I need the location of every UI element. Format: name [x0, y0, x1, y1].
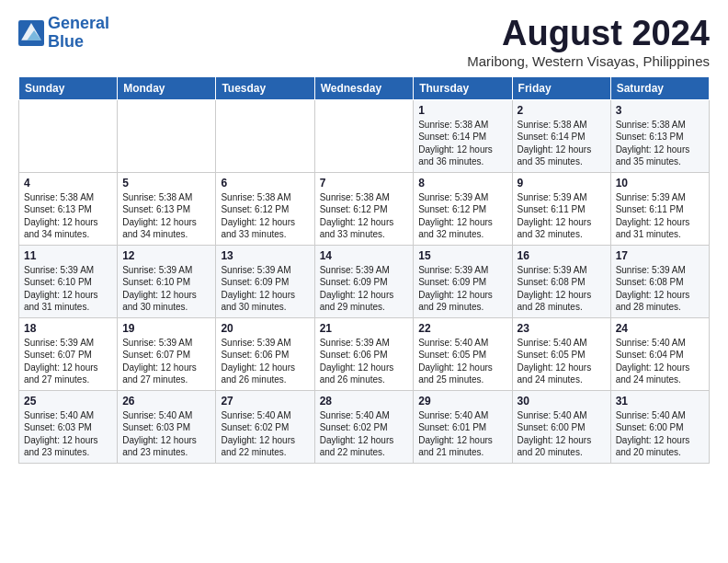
page-header: General Blue August 2024 Maribong, Weste… — [18, 15, 710, 69]
week-row-5: 25Sunrise: 5:40 AM Sunset: 6:03 PM Dayli… — [19, 390, 710, 463]
day-number: 30 — [518, 395, 606, 408]
day-info: Sunrise: 5:39 AM Sunset: 6:10 PM Dayligh… — [122, 264, 210, 314]
subtitle: Maribong, Western Visayas, Philippines — [467, 53, 710, 69]
day-number: 14 — [320, 249, 409, 262]
day-number: 1 — [418, 104, 506, 117]
day-number: 2 — [518, 104, 606, 117]
day-number: 17 — [616, 249, 704, 262]
day-info: Sunrise: 5:40 AM Sunset: 6:01 PM Dayligh… — [418, 409, 506, 459]
day-number: 7 — [320, 177, 409, 190]
day-number: 10 — [616, 177, 704, 190]
calendar-cell: 20Sunrise: 5:39 AM Sunset: 6:06 PM Dayli… — [216, 317, 314, 390]
day-number: 27 — [221, 395, 309, 408]
calendar-cell: 26Sunrise: 5:40 AM Sunset: 6:03 PM Dayli… — [118, 390, 216, 463]
week-row-3: 11Sunrise: 5:39 AM Sunset: 6:10 PM Dayli… — [19, 245, 710, 317]
day-number: 21 — [320, 322, 409, 335]
calendar-cell: 13Sunrise: 5:39 AM Sunset: 6:09 PM Dayli… — [216, 245, 314, 317]
day-info: Sunrise: 5:39 AM Sunset: 6:09 PM Dayligh… — [221, 264, 309, 314]
week-row-1: 1Sunrise: 5:38 AM Sunset: 6:14 PM Daylig… — [19, 99, 710, 172]
calendar-cell: 15Sunrise: 5:39 AM Sunset: 6:09 PM Dayli… — [414, 245, 512, 317]
weekday-header-row: SundayMondayTuesdayWednesdayThursdayFrid… — [19, 76, 710, 99]
logo: General Blue — [18, 15, 109, 52]
day-number: 31 — [616, 395, 704, 408]
day-number: 28 — [320, 395, 409, 408]
day-info: Sunrise: 5:40 AM Sunset: 6:03 PM Dayligh… — [122, 409, 210, 459]
weekday-monday: Monday — [118, 76, 216, 99]
day-info: Sunrise: 5:39 AM Sunset: 6:12 PM Dayligh… — [418, 191, 506, 241]
day-number: 3 — [616, 104, 704, 117]
calendar-cell: 7Sunrise: 5:38 AM Sunset: 6:12 PM Daylig… — [314, 172, 414, 245]
calendar-cell: 21Sunrise: 5:39 AM Sunset: 6:06 PM Dayli… — [314, 317, 414, 390]
day-number: 16 — [518, 249, 606, 262]
calendar-cell: 17Sunrise: 5:39 AM Sunset: 6:08 PM Dayli… — [610, 245, 709, 317]
day-number: 25 — [24, 395, 112, 408]
calendar-cell: 24Sunrise: 5:40 AM Sunset: 6:04 PM Dayli… — [610, 317, 709, 390]
day-info: Sunrise: 5:39 AM Sunset: 6:11 PM Dayligh… — [518, 191, 606, 241]
calendar-cell: 14Sunrise: 5:39 AM Sunset: 6:09 PM Dayli… — [314, 245, 414, 317]
day-number: 29 — [418, 395, 506, 408]
weekday-saturday: Saturday — [610, 76, 709, 99]
day-number: 6 — [221, 177, 309, 190]
day-number: 8 — [418, 177, 506, 190]
day-number: 11 — [24, 249, 112, 262]
day-number: 22 — [418, 322, 506, 335]
day-info: Sunrise: 5:38 AM Sunset: 6:13 PM Dayligh… — [616, 119, 704, 168]
calendar-cell: 5Sunrise: 5:38 AM Sunset: 6:13 PM Daylig… — [118, 172, 216, 245]
day-number: 12 — [122, 249, 210, 262]
day-info: Sunrise: 5:39 AM Sunset: 6:06 PM Dayligh… — [320, 337, 409, 386]
day-number: 9 — [518, 177, 606, 190]
calendar-cell: 18Sunrise: 5:39 AM Sunset: 6:07 PM Dayli… — [19, 317, 118, 390]
calendar-cell: 25Sunrise: 5:40 AM Sunset: 6:03 PM Dayli… — [19, 390, 118, 463]
day-number: 23 — [518, 322, 606, 335]
weekday-thursday: Thursday — [414, 76, 512, 99]
day-info: Sunrise: 5:39 AM Sunset: 6:11 PM Dayligh… — [616, 191, 704, 241]
calendar-cell: 16Sunrise: 5:39 AM Sunset: 6:08 PM Dayli… — [512, 245, 610, 317]
day-info: Sunrise: 5:39 AM Sunset: 6:09 PM Dayligh… — [320, 264, 409, 314]
day-info: Sunrise: 5:38 AM Sunset: 6:12 PM Dayligh… — [320, 191, 409, 241]
day-number: 19 — [122, 322, 210, 335]
day-info: Sunrise: 5:39 AM Sunset: 6:06 PM Dayligh… — [221, 337, 309, 386]
day-number: 24 — [616, 322, 704, 335]
day-number: 20 — [221, 322, 309, 335]
week-row-4: 18Sunrise: 5:39 AM Sunset: 6:07 PM Dayli… — [19, 317, 710, 390]
day-info: Sunrise: 5:38 AM Sunset: 6:13 PM Dayligh… — [122, 191, 210, 241]
day-info: Sunrise: 5:40 AM Sunset: 6:04 PM Dayligh… — [616, 337, 704, 386]
calendar-cell: 28Sunrise: 5:40 AM Sunset: 6:02 PM Dayli… — [314, 390, 414, 463]
day-info: Sunrise: 5:40 AM Sunset: 6:00 PM Dayligh… — [518, 409, 606, 459]
main-title: August 2024 — [467, 15, 710, 53]
calendar-cell: 1Sunrise: 5:38 AM Sunset: 6:14 PM Daylig… — [414, 99, 512, 172]
weekday-wednesday: Wednesday — [314, 76, 414, 99]
calendar-cell: 3Sunrise: 5:38 AM Sunset: 6:13 PM Daylig… — [610, 99, 709, 172]
day-number: 5 — [122, 177, 210, 190]
day-info: Sunrise: 5:39 AM Sunset: 6:07 PM Dayligh… — [24, 337, 112, 386]
day-number: 26 — [122, 395, 210, 408]
calendar-cell: 23Sunrise: 5:40 AM Sunset: 6:05 PM Dayli… — [512, 317, 610, 390]
week-row-2: 4Sunrise: 5:38 AM Sunset: 6:13 PM Daylig… — [19, 172, 710, 245]
calendar-cell: 27Sunrise: 5:40 AM Sunset: 6:02 PM Dayli… — [216, 390, 314, 463]
day-number: 13 — [221, 249, 309, 262]
day-info: Sunrise: 5:38 AM Sunset: 6:14 PM Dayligh… — [418, 119, 506, 168]
day-info: Sunrise: 5:40 AM Sunset: 6:02 PM Dayligh… — [221, 409, 309, 459]
calendar-body: 1Sunrise: 5:38 AM Sunset: 6:14 PM Daylig… — [19, 99, 710, 463]
calendar-cell: 8Sunrise: 5:39 AM Sunset: 6:12 PM Daylig… — [414, 172, 512, 245]
calendar-cell — [19, 99, 118, 172]
calendar-cell: 29Sunrise: 5:40 AM Sunset: 6:01 PM Dayli… — [414, 390, 512, 463]
day-info: Sunrise: 5:38 AM Sunset: 6:14 PM Dayligh… — [518, 119, 606, 168]
day-number: 15 — [418, 249, 506, 262]
calendar-cell: 9Sunrise: 5:39 AM Sunset: 6:11 PM Daylig… — [512, 172, 610, 245]
day-info: Sunrise: 5:39 AM Sunset: 6:10 PM Dayligh… — [24, 264, 112, 314]
day-info: Sunrise: 5:40 AM Sunset: 6:05 PM Dayligh… — [518, 337, 606, 386]
calendar-cell: 11Sunrise: 5:39 AM Sunset: 6:10 PM Dayli… — [19, 245, 118, 317]
day-info: Sunrise: 5:40 AM Sunset: 6:02 PM Dayligh… — [320, 409, 409, 459]
day-number: 4 — [24, 177, 112, 190]
logo-text: General Blue — [48, 15, 109, 52]
weekday-tuesday: Tuesday — [216, 76, 314, 99]
calendar-table: SundayMondayTuesdayWednesdayThursdayFrid… — [18, 76, 710, 464]
calendar-cell: 22Sunrise: 5:40 AM Sunset: 6:05 PM Dayli… — [414, 317, 512, 390]
day-info: Sunrise: 5:39 AM Sunset: 6:07 PM Dayligh… — [122, 337, 210, 386]
calendar-cell — [216, 99, 314, 172]
day-info: Sunrise: 5:40 AM Sunset: 6:03 PM Dayligh… — [24, 409, 112, 459]
calendar-cell: 30Sunrise: 5:40 AM Sunset: 6:00 PM Dayli… — [512, 390, 610, 463]
calendar-cell — [314, 99, 414, 172]
calendar-cell: 6Sunrise: 5:38 AM Sunset: 6:12 PM Daylig… — [216, 172, 314, 245]
